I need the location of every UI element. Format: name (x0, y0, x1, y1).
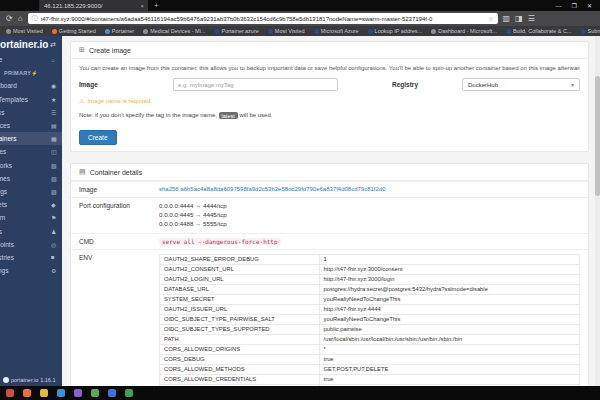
sidebar-item[interactable]: PRIMARY ⚡ (0, 66, 62, 79)
scrollbar-thumb[interactable] (595, 76, 600, 196)
reload-icon[interactable]: ⟳ (6, 15, 13, 23)
portainer-logo[interactable]: portainer.io ⇄ (0, 36, 62, 53)
env-key: SYSTEM_SECRET (160, 294, 320, 304)
env-value: youReallyNeedToChangeThis (319, 294, 579, 304)
taskbar-app-icon[interactable] (125, 389, 133, 397)
taskbar-app-icon[interactable] (6, 389, 14, 397)
env-key: DATABASE_URL (160, 284, 320, 294)
note-prefix: Note: if you don't specify the tag in th… (79, 112, 217, 118)
bookmark-item[interactable]: Most Visited (6, 28, 43, 34)
image-sha-link[interactable]: sha256:a6b5ac4a8a8da6097598fa9d2c53b2e58… (159, 186, 580, 192)
sidebar-item-label: Services (0, 122, 10, 129)
restore-button[interactable]: ❐ (572, 2, 577, 9)
sidebar-item-icon: ⌂ (51, 57, 62, 63)
sidebar-item-icon: ▦ (51, 135, 62, 142)
new-tab-button[interactable]: + (148, 0, 165, 11)
registry-label: Registry (392, 81, 462, 88)
sidebar-toggle-icon[interactable]: ◨ (515, 15, 523, 23)
create-button[interactable]: Create (79, 130, 117, 145)
sidebar-item[interactable]: Dashboard ◉ (0, 79, 62, 92)
sidebar-item[interactable]: Registries ■ (0, 251, 62, 264)
menu-icon[interactable]: ☰ (528, 15, 535, 23)
taskbar-app-icon[interactable] (108, 389, 116, 397)
sidebar-item-label: Volumes (0, 175, 10, 182)
env-table-row: OAUTH2_CONSENT_URL http://t47-fhir.xyz:3… (160, 264, 580, 274)
taskbar-app-icon[interactable] (57, 389, 65, 397)
taskbar-app-icon[interactable] (74, 389, 82, 397)
bookmark-item[interactable]: Dashboard - Microsoft... (431, 28, 497, 34)
library-icon[interactable]: ▥ (503, 15, 511, 23)
bookmark-item[interactable]: Most Visited (268, 28, 305, 34)
sidebar-item-label: Endpoints (0, 241, 14, 248)
env-value: 1 (319, 254, 579, 264)
port-configuration-row: Port configuration 0.0.0.0:4444 → 4444/t… (71, 197, 588, 233)
sidebar-item[interactable]: App Templates ★ (0, 93, 62, 106)
registry-select[interactable]: DockerHub ▼ (462, 78, 580, 91)
env-key: OAUTH2_LOGIN_URL (160, 274, 320, 284)
sidebar-item-icon: ◉ (51, 82, 62, 89)
bookmark-item[interactable]: Submit MVP Activity (581, 28, 600, 34)
ports-row-label: Port configuration (79, 202, 159, 229)
sidebar-item-icon: ⚑ (51, 214, 62, 221)
bookmark-label: Most Visited (275, 28, 305, 34)
page-viewport: portainer.io ⇄ Home ⌂ PRIMARY ⚡ (0, 36, 600, 386)
bookmark-item[interactable]: Microsoft Azure (314, 28, 359, 34)
list-icon: ▤ (79, 168, 86, 176)
bookmark-item[interactable]: Build, Collaborate & C... (506, 28, 572, 34)
sidebar-item[interactable]: Users ♟ (0, 224, 62, 237)
sidebar-item[interactable]: Swarm ⚑ (0, 211, 62, 224)
sidebar-item[interactable]: Networks ▧ (0, 159, 62, 172)
footer-brand: portainer.io (11, 377, 38, 383)
home-icon[interactable]: ⌂ (18, 15, 23, 23)
image-name-input[interactable] (173, 78, 338, 91)
sidebar-item[interactable]: Home ⌂ (0, 53, 62, 66)
site-info-icon[interactable]: ⓘ (32, 14, 38, 23)
sidebar-item[interactable]: Services ▤ (0, 119, 62, 132)
close-button[interactable]: ✕ (587, 2, 592, 9)
bookmarks-bar: Most Visited Getting Started Portainer M… (0, 26, 600, 36)
sidebar-item[interactable]: Secrets ◆ (0, 198, 62, 211)
sidebar-item-icon: ▧ (51, 162, 62, 169)
bookmark-item[interactable]: Medical Devices - Mi... (143, 28, 205, 34)
sidebar-item[interactable]: Endpoints ◎ (0, 238, 62, 251)
env-row-label: ENV (79, 254, 159, 386)
minimize-button[interactable]: — (556, 3, 562, 9)
sidebar-item-label: PRIMARY (4, 70, 31, 76)
sidebar-item[interactable]: Containers ▦ (0, 132, 62, 145)
bookmark-star-icon[interactable]: ☆ (488, 15, 493, 22)
sidebar-item-icon: ⚡ (31, 70, 51, 76)
sidebar-item-icon: ▤ (51, 122, 62, 129)
sidebar-item[interactable]: Configs ▨ (0, 185, 62, 198)
sidebar-item[interactable]: Volumes ▥ (0, 172, 62, 185)
bookmark-item[interactable]: Lookup IP addres... (368, 28, 423, 34)
os-taskbar (0, 386, 600, 400)
endpoint-switch-icon[interactable]: ⇄ (50, 41, 56, 49)
sidebar-item-label: Networks (0, 162, 12, 169)
sidebar-item[interactable]: Stacks ☰ (0, 106, 62, 119)
container-details-header: ▤ Container details (71, 164, 588, 181)
favicon (368, 29, 373, 34)
taskbar-app-icon[interactable] (40, 389, 48, 397)
page-scrollbar[interactable] (595, 36, 600, 386)
env-value: GET,POST,PUT,DELETE (319, 364, 579, 374)
bookmark-label: Most Visited (13, 28, 43, 34)
env-key: PATH (160, 334, 320, 344)
url-bar[interactable]: ⓘ t47-fhir.xyz:9000/#/containers/a6adaa5… (28, 13, 498, 24)
bookmark-item[interactable]: Portainer.azure (215, 28, 259, 34)
sidebar-item-label: Dashboard (0, 82, 17, 89)
bookmark-item[interactable]: Getting Started (52, 28, 96, 34)
active-tab[interactable]: 46.121.185.229:9000/ × (40, 0, 148, 11)
tab-close-icon[interactable]: × (140, 3, 144, 9)
env-value: /usr/local/sbin:/usr/local/bin:/usr/sbin… (319, 334, 579, 344)
bookmark-label: Medical Devices - Mi... (150, 28, 205, 34)
taskbar-app-icon[interactable] (23, 389, 31, 397)
image-row: Image sha256:a6b5ac4a8a8da6097598fa9d2c5… (71, 181, 588, 197)
sidebar-item[interactable]: Images ◫ (0, 145, 62, 158)
partial-tab[interactable] (0, 0, 40, 11)
taskbar-app-icon[interactable] (91, 389, 99, 397)
url-text[interactable]: t47-fhir.xyz:9000/#/containers/a6adaa546… (41, 16, 486, 22)
sidebar-item[interactable]: Settings ⚙ (0, 264, 62, 277)
bookmark-item[interactable]: Portainer (105, 28, 134, 34)
env-value: true (319, 374, 579, 384)
container-details-panel: ▤ Container details Image sha256:a6b5ac4… (70, 163, 589, 386)
